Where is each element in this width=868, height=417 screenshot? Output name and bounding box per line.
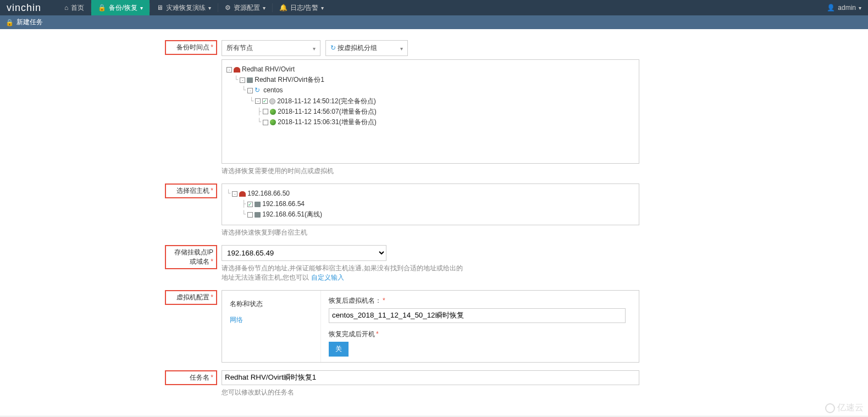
help-storage: 请选择备份节点的地址,并保证能够和宿主机连通,如果没有找到合适的地址或给出的地址… (222, 264, 463, 282)
help-backup-time: 请选择恢复需要使用的时间点或虚拟机 (222, 166, 639, 176)
incremental-backup-icon (270, 109, 276, 115)
bell-icon: 🔔 (279, 4, 288, 12)
checkbox[interactable] (263, 120, 268, 125)
help-host: 请选择快速恢复到哪台宿主机 (222, 228, 639, 237)
watermark: 亿速云 (825, 402, 864, 414)
user-icon: 👤 (827, 4, 835, 12)
desktop-icon: 🖥 (157, 4, 163, 12)
chevron-down-icon (321, 4, 324, 12)
chevron-down-icon (263, 4, 266, 12)
label-vm-config: 虚拟机配置* (165, 290, 217, 305)
redhat-icon (234, 67, 240, 73)
checkbox[interactable] (263, 109, 268, 114)
chevron-down-icon (859, 4, 861, 12)
checkbox[interactable] (262, 98, 268, 104)
collapse-icon[interactable]: - (247, 88, 253, 93)
home-icon: ⌂ (64, 4, 68, 12)
host-icon (255, 202, 261, 207)
help-task-name: 您可以修改默认的任务名 (222, 388, 639, 397)
label-storage: 存储挂载点IP或域名* (165, 245, 217, 269)
label-power-on: 恢复完成后开机* (329, 330, 631, 339)
label-restored-vm-name: 恢复后虚拟机名：* (329, 296, 631, 305)
group-select[interactable]: ↻按虚拟机分组 (325, 40, 408, 56)
checkbox[interactable] (247, 212, 253, 218)
nav-label: 资源配置 (234, 3, 260, 13)
vm-icon: ↻ (255, 85, 260, 96)
label-task-name: 任务名* (165, 370, 217, 385)
chevron-down-icon (313, 45, 316, 52)
host-icon (255, 212, 261, 218)
host-tree[interactable]: └-192.168.66.50 ├192.168.66.54 └192.168.… (222, 184, 639, 225)
refresh-icon: ↻ (330, 44, 336, 52)
node-select[interactable]: 所有节点 (222, 40, 320, 56)
chevron-down-icon (400, 45, 403, 52)
nav-label: 灾难恢复演练 (166, 3, 206, 13)
restored-vm-name-input[interactable] (329, 308, 626, 323)
backup-tree[interactable]: -Redhat RHV/Ovirt └-Redhat RHV/Ovirt备份1 … (222, 59, 639, 164)
nav-log-alert[interactable]: 🔔 日志/告警 (273, 0, 330, 15)
nav-resource-config[interactable]: ⚙ 资源配置 (218, 0, 272, 15)
tab-network[interactable]: 网络 (228, 312, 315, 328)
chevron-down-icon (140, 4, 143, 12)
incremental-backup-icon (270, 119, 276, 125)
collapse-icon[interactable]: - (240, 77, 245, 83)
lock-icon: 🔒 (5, 19, 14, 26)
task-name-input[interactable] (222, 370, 639, 385)
watermark-icon (825, 403, 835, 413)
job-icon (247, 77, 253, 83)
nav-backup-restore[interactable]: 🔒 备份/恢复 (91, 0, 149, 15)
page-title: 新建任务 (16, 18, 43, 27)
label-host: 选择宿主机* (165, 184, 217, 198)
nav-home[interactable]: ⌂ 首页 (58, 0, 91, 15)
full-backup-icon (269, 98, 275, 104)
nav-label: 备份/恢复 (109, 3, 137, 13)
breadcrumb: 🔒 新建任务 (0, 15, 868, 29)
user-menu[interactable]: 👤 admin (827, 4, 861, 12)
checkbox[interactable] (247, 202, 253, 207)
chevron-down-icon (208, 4, 211, 12)
gear-icon: ⚙ (225, 4, 231, 12)
collapse-icon[interactable]: - (226, 67, 232, 73)
collapse-icon[interactable]: - (232, 191, 237, 197)
nav-disaster-recovery[interactable]: 🖥 灾难恢复演练 (150, 0, 218, 15)
power-toggle[interactable]: 关 (329, 342, 348, 356)
nav-label: 首页 (71, 3, 84, 13)
label-backup-time: 备份时间点* (165, 40, 217, 55)
redhat-icon (239, 191, 246, 197)
brand-logo: vinchin (7, 2, 41, 14)
tab-name-status[interactable]: 名称和状态 (228, 296, 315, 312)
custom-input-link[interactable]: 自定义输入 (311, 274, 344, 281)
collapse-icon[interactable]: - (255, 98, 261, 104)
storage-select[interactable]: 192.168.65.49 (222, 245, 386, 261)
username: admin (838, 4, 856, 12)
lock-icon: 🔒 (98, 4, 106, 12)
nav-label: 日志/告警 (290, 3, 318, 13)
